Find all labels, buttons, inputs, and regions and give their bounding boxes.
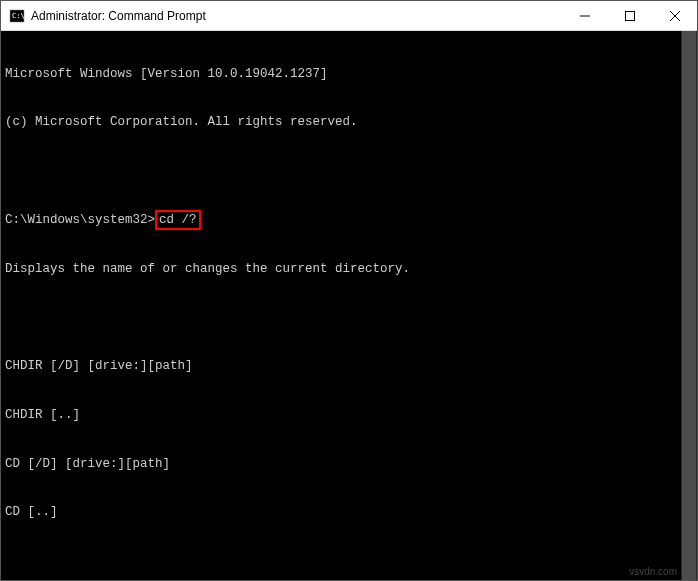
terminal-line <box>5 553 693 569</box>
terminal-line: (c) Microsoft Corporation. All rights re… <box>5 114 693 130</box>
terminal-prompt-line: C:\Windows\system32>cd /? <box>5 212 693 228</box>
window-title: Administrator: Command Prompt <box>31 9 562 23</box>
terminal-line: CD [/D] [drive:][path] <box>5 456 693 472</box>
maximize-button[interactable] <box>607 1 652 30</box>
command-prompt-window: C:\ Administrator: Command Prompt Micros… <box>0 0 698 581</box>
svg-rect-3 <box>625 11 634 20</box>
terminal-output[interactable]: Microsoft Windows [Version 10.0.19042.12… <box>1 31 697 580</box>
scrollbar-thumb[interactable] <box>682 31 696 580</box>
terminal-line: CHDIR [..] <box>5 407 693 423</box>
terminal-line <box>5 163 693 179</box>
highlighted-command: cd /? <box>155 210 201 230</box>
terminal-line: CD [..] <box>5 504 693 520</box>
terminal-line: Microsoft Windows [Version 10.0.19042.12… <box>5 66 693 82</box>
watermark-text: vsvdn.com <box>629 565 677 578</box>
vertical-scrollbar[interactable] <box>681 31 697 580</box>
minimize-button[interactable] <box>562 1 607 30</box>
titlebar[interactable]: C:\ Administrator: Command Prompt <box>1 1 697 31</box>
terminal-line: Displays the name of or changes the curr… <box>5 261 693 277</box>
close-button[interactable] <box>652 1 697 30</box>
cmd-icon: C:\ <box>9 8 25 24</box>
prompt-text: C:\Windows\system32> <box>5 213 155 227</box>
window-controls <box>562 1 697 30</box>
terminal-line: CHDIR [/D] [drive:][path] <box>5 358 693 374</box>
svg-text:C:\: C:\ <box>12 12 25 20</box>
terminal-line <box>5 309 693 325</box>
